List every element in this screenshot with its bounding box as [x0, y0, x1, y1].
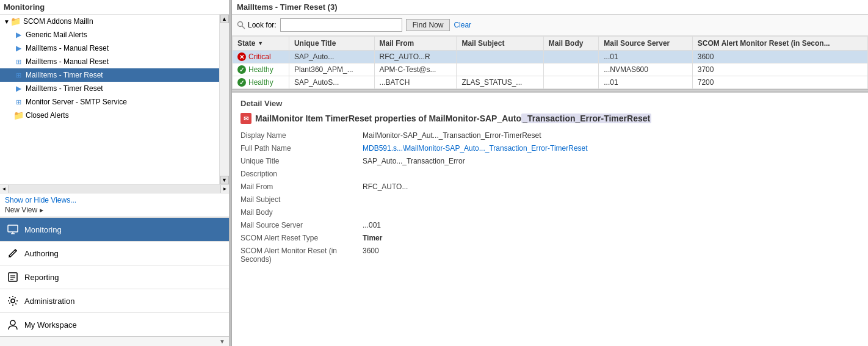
col-mail-subject: Mail Subject	[457, 37, 543, 51]
col-mail-body: Mail Body	[543, 37, 598, 51]
tree-label-monitor-smtp: Monitor Server - SMTP Service	[26, 98, 127, 106]
scroll-down-btn[interactable]: ▼	[220, 176, 229, 184]
cell-mail-from-0: RFC_AUTO...R	[374, 51, 457, 63]
tree-item-mail-manual-1[interactable]: ▶ MailItems - Manual Reset	[0, 41, 219, 55]
detail-value-1: MDB591.s...\MailMonitor-SAP_Auto..._Tran…	[363, 143, 859, 154]
detail-value-0: MailMonitor-SAP_Aut..._Transaction_Error…	[363, 130, 859, 141]
cell-state-2: ✓ Healthy	[233, 76, 289, 89]
state-label-1: Healthy	[248, 65, 273, 74]
left-panel-header: Monitoring	[0, 0, 229, 15]
tree-horiz-scroll: ◄ ►	[0, 184, 229, 193]
cell-state-1: ✓ Healthy	[233, 63, 289, 76]
tree-item-mail-timer-2[interactable]: ▶ MailItems - Timer Reset	[0, 82, 219, 95]
detail-label-7: Mail Source Server	[241, 220, 363, 231]
new-view-item[interactable]: New View ►	[5, 206, 224, 214]
scroll-left-btn[interactable]: ◄	[0, 185, 9, 193]
state-label-0: Critical	[248, 52, 271, 61]
tree-icon-mail-manual-2: ⊞	[13, 57, 23, 67]
cell-scom-reset-1: 3700	[692, 63, 867, 76]
clear-button[interactable]: Clear	[454, 21, 471, 29]
table-row[interactable]: ✓ Healthy SAP_AutoS... ...BATCH ZLAS_STA…	[233, 76, 868, 89]
tree-item-scom-root[interactable]: ▼ 📁 SCOM Addons MailIn	[0, 15, 219, 28]
cell-mail-subject-1	[457, 63, 543, 76]
nav-item-administration[interactable]: Administration	[0, 289, 229, 312]
col-scom-reset: SCOM Alert Monitor Reset (in Secon...	[692, 37, 867, 51]
cell-unique-title-2: SAP_AutoS...	[289, 76, 374, 89]
nav-item-reporting[interactable]: Reporting	[0, 265, 229, 289]
tree-label-scom-root: SCOM Addons MailIn	[23, 17, 93, 26]
search-icon	[237, 21, 245, 29]
cell-mail-body-1	[543, 63, 598, 76]
detail-value-6	[363, 207, 859, 218]
sort-icon-state[interactable]: ▼	[258, 40, 263, 46]
detail-value-7: ...001	[363, 220, 859, 231]
tree-container: ▼ 📁 SCOM Addons MailIn ▶ Generic Mail Al…	[0, 15, 219, 122]
status-icon-1: ✓	[237, 65, 246, 74]
detail-value-9: 3600	[363, 245, 859, 265]
table-body: ✕ Critical SAP_Auto... RFC_AUTO...R ...0…	[233, 51, 868, 89]
data-table: State▼ Unique Title Mail From Mail Subje…	[232, 36, 868, 89]
tree-label-mail-manual-2: MailItems - Manual Reset	[26, 57, 109, 66]
tree-label-generic-mail: Generic Mail Alerts	[26, 31, 87, 39]
detail-title-text: MailMonitor Item TimerReset properties o…	[255, 114, 651, 123]
col-mail-source: Mail Source Server	[599, 37, 693, 51]
nav-icon-monitoring	[6, 223, 20, 236]
cell-unique-title-1: Plant360_APM_...	[289, 63, 374, 76]
tree-item-mail-manual-2[interactable]: ⊞ MailItems - Manual Reset	[0, 55, 219, 68]
cell-mail-source-1: ...NVMAS600	[599, 63, 693, 76]
tree-icon-mail-manual-1: ▶	[13, 43, 23, 53]
show-hide-views-link[interactable]: Show or Hide Views...	[5, 196, 224, 204]
view-links-section: Show or Hide Views... New View ►	[0, 193, 229, 217]
cell-mail-source-2: ...01	[599, 76, 693, 89]
nav-icon-myworkspace	[6, 318, 20, 331]
tree-icon-closed-alerts: 📁	[13, 110, 23, 120]
tree-item-closed-alerts[interactable]: 📁 Closed Alerts	[0, 109, 219, 122]
tree-icon-mail-timer-2: ▶	[13, 84, 23, 93]
svg-point-9	[238, 22, 243, 27]
panel-title: MailItems - Timer Reset (3)	[237, 2, 863, 12]
detail-value-8: Timer	[363, 232, 859, 243]
scroll-track-horiz	[9, 185, 220, 193]
find-now-button[interactable]: Find Now	[406, 19, 450, 31]
tree-icon-scom-root: 📁	[11, 16, 21, 26]
nav-item-authoring[interactable]: Authoring	[0, 241, 229, 265]
detail-label-4: Mail From	[241, 181, 363, 192]
tree-wrapper: ▼ 📁 SCOM Addons MailIn ▶ Generic Mail Al…	[0, 15, 229, 184]
cell-mail-from-2: ...BATCH	[374, 76, 457, 89]
tree-icon-monitor-smtp: ⊞	[13, 97, 23, 107]
look-for-label: Look for:	[248, 21, 277, 29]
nav-item-myworkspace[interactable]: My Workspace	[0, 312, 229, 336]
left-top-section: Monitoring ▼ 📁 SCOM Addons MailIn ▶ Gene…	[0, 0, 229, 217]
nav-container: Monitoring Authoring Reporting Administr…	[0, 217, 229, 336]
table-row[interactable]: ✕ Critical SAP_Auto... RFC_AUTO...R ...0…	[233, 51, 868, 63]
svg-rect-0	[8, 225, 18, 232]
cell-state-0: ✕ Critical	[233, 51, 289, 63]
scroll-up-btn[interactable]: ▲	[220, 15, 229, 23]
tree-item-monitor-smtp[interactable]: ⊞ Monitor Server - SMTP Service	[0, 95, 219, 109]
status-icon-2: ✓	[237, 78, 246, 87]
cell-scom-reset-2: 7200	[692, 76, 867, 89]
detail-item-title: ✉ MailMonitor Item TimerReset properties…	[241, 113, 859, 124]
svg-line-10	[242, 26, 245, 29]
tree-item-generic-mail[interactable]: ▶ Generic Mail Alerts	[0, 28, 219, 41]
tree-scrollbar[interactable]: ▲ ▼	[219, 15, 229, 184]
tree-icon-generic-mail: ▶	[13, 30, 23, 40]
nav-icon-authoring	[6, 247, 20, 260]
nav-label-administration: Administration	[24, 297, 74, 306]
nav-label-authoring: Authoring	[24, 249, 59, 258]
cell-mail-subject-2: ZLAS_STATUS_...	[457, 76, 543, 89]
expand-icon-scom-root[interactable]: ▼	[4, 18, 10, 25]
col-unique-title: Unique Title	[289, 37, 374, 51]
table-row[interactable]: ✓ Healthy Plant360_APM_... APM-C-Test@s.…	[233, 63, 868, 76]
detail-view-heading: Detail View	[241, 99, 859, 108]
detail-label-3: Description	[241, 168, 363, 179]
detail-label-1: Full Path Name	[241, 143, 363, 154]
scroll-right-btn[interactable]: ►	[220, 185, 229, 193]
nav-collapse-btn[interactable]: ▼	[0, 336, 229, 346]
monitoring-header-label: Monitoring	[4, 2, 45, 12]
search-input[interactable]	[280, 18, 402, 32]
tree-item-mail-timer-1[interactable]: ⊞ MailItems - Timer Reset	[0, 68, 219, 82]
table-header: State▼ Unique Title Mail From Mail Subje…	[233, 37, 868, 51]
nav-item-monitoring[interactable]: Monitoring	[0, 217, 229, 241]
detail-grid: Display NameMailMonitor-SAP_Aut..._Trans…	[241, 130, 859, 265]
